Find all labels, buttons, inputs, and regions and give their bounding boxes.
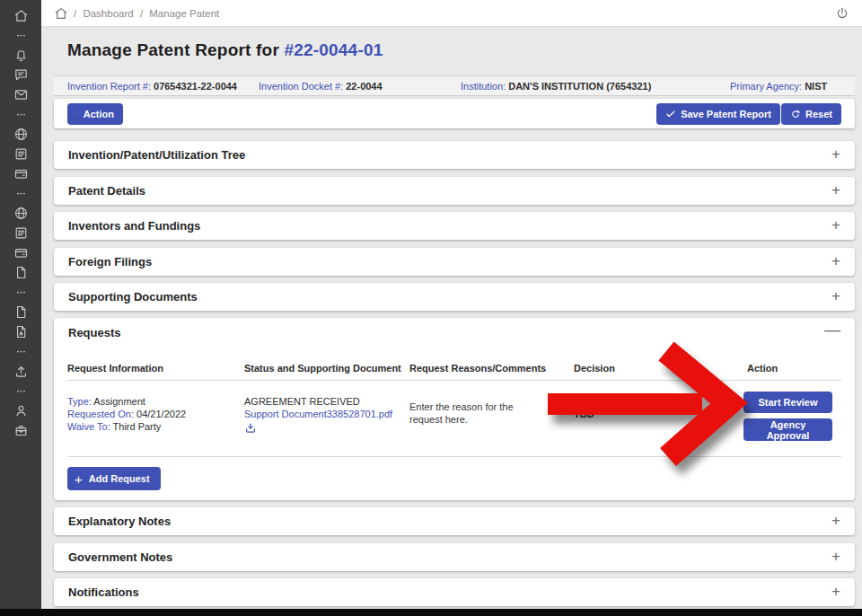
sidebar-nav: [0, 0, 41, 609]
chevron-down-icon: [76, 109, 79, 119]
col-header-status-document: Status and Supporting Document: [244, 363, 401, 374]
expand-icon: +: [831, 216, 840, 234]
reset-button[interactable]: Reset: [781, 103, 841, 125]
manage-patent-page: / Dashboard / Manage Patent Manage Paten…: [0, 0, 862, 616]
accordion-supporting-documents[interactable]: Supporting Documents+: [54, 283, 855, 311]
ellipsis-divider-icon: [0, 381, 41, 400]
window-bottom-edge: [0, 609, 862, 616]
agency-approval-button[interactable]: Agency Approval: [743, 418, 832, 441]
collapse-icon[interactable]: —: [824, 321, 840, 339]
breadcrumb-separator: /: [74, 8, 76, 19]
page-title-text: Manage Patent Report for: [67, 40, 284, 59]
breadcrumb-separator: /: [140, 8, 143, 19]
plus-icon: +: [75, 471, 83, 487]
request-reason-input[interactable]: Enter the reason for the request here.: [409, 400, 526, 426]
expand-icon: +: [831, 583, 840, 601]
main-content: Manage Patent Report for #22-0044-01 Inv…: [41, 28, 862, 609]
ellipsis-divider-icon: [0, 183, 41, 203]
breadcrumb-item-current: Manage Patent: [149, 8, 219, 19]
invention-report-field: Invention Report #: 07654321-22-0044: [67, 81, 237, 92]
accordion-label: Supporting Documents: [68, 290, 198, 304]
breadcrumb-home-icon[interactable]: [54, 6, 68, 21]
institution-field: Institution: DAN'S INSTITUTION (7654321): [461, 81, 651, 92]
sidebar-mail-icon[interactable]: [0, 84, 41, 104]
accordion-label: Patent Details: [68, 184, 145, 198]
report-info-bar: Invention Report #: 07654321-22-0044 Inv…: [54, 75, 855, 96]
sidebar-file-icon[interactable]: [0, 262, 41, 282]
requests-section: Requests — Request Information Status an…: [54, 318, 855, 500]
accordion-label: Inventors and Fundings: [68, 219, 200, 233]
accordion-label: Notifications: [68, 585, 139, 599]
sidebar-upload-icon[interactable]: [0, 361, 41, 381]
col-header-reasons-comments: Request Reasons/Comments: [409, 363, 546, 374]
status-text: AGREEMENT RECEIVED: [244, 395, 392, 408]
table-divider: [67, 380, 841, 381]
check-icon: [665, 109, 676, 119]
accordion-government-notes[interactable]: Government Notes+: [54, 543, 855, 571]
sidebar-person-icon[interactable]: [0, 400, 41, 420]
expand-icon: +: [831, 548, 840, 566]
accordion-label: Government Notes: [68, 550, 172, 564]
top-bar: / Dashboard / Manage Patent: [41, 0, 862, 27]
expand-icon: +: [831, 512, 840, 530]
sidebar-document-icon[interactable]: [0, 144, 41, 163]
sidebar-globe-icon[interactable]: [0, 124, 41, 144]
accordion-foreign-filings[interactable]: Foreign Filings+: [54, 248, 855, 276]
expand-icon: +: [831, 287, 840, 305]
accordion-patent-details[interactable]: Patent Details+: [54, 177, 855, 205]
col-header-request-information: Request Information: [67, 363, 163, 374]
accordion-label: Foreign Filings: [68, 255, 152, 268]
breadcrumb-item-dashboard[interactable]: Dashboard: [83, 8, 133, 19]
sidebar-wallet-icon[interactable]: [0, 242, 41, 262]
accordion-invention-patent-utilization-tree[interactable]: Invention/Patent/Utilization Tree+: [54, 141, 855, 169]
sidebar-bell-icon[interactable]: [0, 45, 41, 65]
toolbar-panel: Action Save Patent Report Reset: [54, 99, 855, 128]
sidebar-globe-icon[interactable]: [0, 203, 41, 223]
sidebar-document-icon[interactable]: [0, 223, 41, 242]
action-button[interactable]: Action: [67, 103, 123, 125]
page-title: Manage Patent Report for #22-0044-01: [67, 40, 383, 60]
start-review-button[interactable]: Start Review: [743, 392, 832, 413]
decision-value: TBD: [574, 408, 594, 420]
accordion-notifications[interactable]: Notifications+: [54, 578, 855, 606]
primary-agency-field: Primary Agency: NIST: [730, 81, 827, 92]
logout-power-icon[interactable]: [835, 6, 849, 21]
col-header-decision: Decision: [574, 363, 615, 374]
expand-icon: +: [831, 252, 840, 270]
ellipsis-divider-icon: [0, 25, 41, 45]
requests-section-title: Requests: [68, 326, 121, 339]
accordion-explanatory-notes[interactable]: Explanatory Notes+: [54, 507, 855, 535]
patent-report-number: #22-0044-01: [284, 40, 383, 59]
accordion-label: Explanatory Notes: [68, 515, 171, 528]
sidebar-home-icon[interactable]: [0, 5, 41, 25]
sidebar-briefcase-icon[interactable]: [0, 420, 41, 440]
request-info-cell: Type: Assignment Requested On: 04/21/202…: [67, 395, 186, 433]
col-header-action: Action: [747, 363, 778, 374]
add-request-button[interactable]: + Add Request: [67, 467, 161, 490]
download-icon[interactable]: [244, 422, 257, 435]
accordion-label: Invention/Patent/Utilization Tree: [68, 148, 245, 162]
sidebar-chat-icon[interactable]: [0, 65, 41, 84]
invention-docket-field: Invention Docket #: 22-0044: [259, 81, 383, 92]
sidebar-file-icon[interactable]: [0, 302, 41, 321]
breadcrumb: / Dashboard / Manage Patent: [74, 8, 223, 19]
support-document-link[interactable]: Support Document338528701.pdf: [244, 408, 392, 420]
sidebar-pdf-file-icon[interactable]: [0, 321, 41, 341]
status-document-cell: AGREEMENT RECEIVED Support Document33852…: [244, 395, 392, 435]
expand-icon: +: [831, 145, 840, 163]
refresh-icon: [790, 109, 801, 119]
sidebar-wallet-icon[interactable]: [0, 163, 41, 183]
ellipsis-divider-icon: [0, 282, 41, 302]
expand-icon: +: [831, 181, 840, 199]
save-patent-report-button[interactable]: Save Patent Report: [656, 103, 780, 125]
ellipsis-divider-icon: [0, 104, 41, 124]
accordion-inventors-and-fundings[interactable]: Inventors and Fundings+: [54, 212, 855, 240]
ellipsis-divider-icon: [0, 341, 41, 361]
table-divider: [67, 456, 841, 457]
